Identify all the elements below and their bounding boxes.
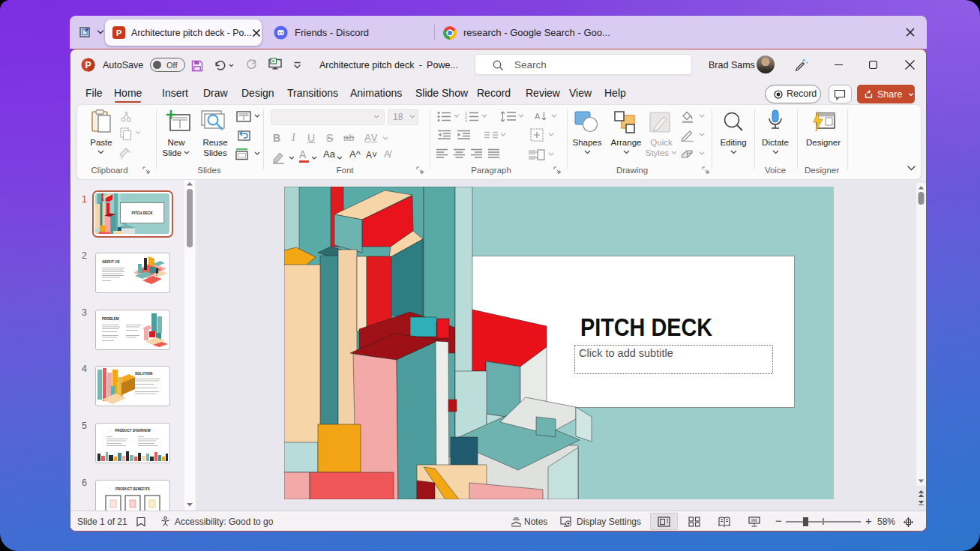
svg-text:PRODUCT OVERVIEW: PRODUCT OVERVIEW [115,429,151,433]
svg-text:P: P [116,28,122,37]
svg-text:PITCH DECK: PITCH DECK [580,313,712,341]
svg-text:A: A [535,112,541,121]
svg-text:Click to add subtitle: Click to add subtitle [579,347,673,359]
svg-text:PRODUCT BENEFITS: PRODUCT BENEFITS [115,487,150,491]
svg-text:3: 3 [465,119,467,123]
svg-text:ABOUT US: ABOUT US [102,260,120,264]
svg-text:PITCH DECK: PITCH DECK [132,211,154,215]
svg-text:P: P [85,60,91,70]
svg-text:SOLUTION: SOLUTION [135,372,152,376]
svg-text:PROBLEM: PROBLEM [102,317,119,321]
